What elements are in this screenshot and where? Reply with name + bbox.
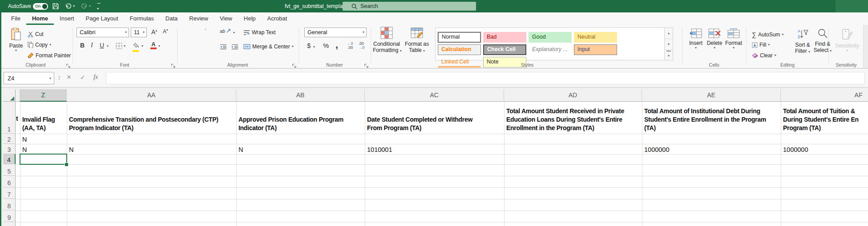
style-calculation[interactable]: Calculation (438, 44, 481, 55)
tab-help[interactable]: Help (238, 12, 262, 25)
column-header-y-sliver[interactable] (16, 89, 20, 102)
decrease-decimal-button[interactable]: .00→0 (359, 42, 364, 50)
tab-insert[interactable]: Insert (54, 12, 80, 25)
formula-input[interactable] (106, 72, 865, 84)
style-normal[interactable]: Normal (438, 32, 481, 43)
row-header-7[interactable]: 7 (3, 187, 16, 199)
font-color-button[interactable]: A (150, 41, 157, 49)
paste-button[interactable]: Paste ▾ (6, 28, 26, 52)
format-as-table-button[interactable]: Format as Table ▾ (403, 27, 431, 53)
middle-align-button[interactable] (193, 28, 195, 30)
cell-ae1[interactable]: Total Amount of Institutional Debt Durin… (642, 102, 781, 134)
bottom-align-button[interactable] (205, 28, 206, 30)
cell-z1[interactable]: Invalid Flag(AA, TA) (20, 102, 67, 134)
conditional-formatting-button[interactable]: Conditional Formatting ▾ (373, 27, 400, 53)
decrease-font-size-button[interactable]: A▾ (163, 28, 168, 35)
column-header-z[interactable]: Z (20, 89, 67, 102)
bold-button[interactable]: B (80, 42, 85, 49)
top-align-button[interactable] (182, 28, 183, 30)
accounting-format-button[interactable]: $ (307, 42, 311, 49)
name-box[interactable]: Z4 ▾ (4, 72, 54, 84)
column-header-ad[interactable]: AD (504, 89, 642, 102)
align-right-button[interactable] (205, 43, 206, 44)
underline-chevron-icon[interactable]: ▾ (107, 44, 109, 48)
sort-filter-button[interactable]: A Z Sort & Filter ▾ (793, 28, 812, 54)
cell-ab1[interactable]: Approved Prison Education ProgramIndicat… (236, 102, 365, 134)
cut-button[interactable]: Cut (28, 31, 44, 37)
titlebar-account-area[interactable] (836, 0, 868, 12)
insert-function-button[interactable]: fx (93, 74, 98, 81)
cell-aa3[interactable]: N (67, 144, 236, 154)
tab-view[interactable]: View (214, 12, 238, 25)
cell-z3[interactable]: N (20, 144, 67, 154)
row-header-10[interactable]: 10 (3, 222, 16, 226)
column-header-ac[interactable]: AC (365, 89, 504, 102)
increase-font-size-button[interactable]: A▴ (151, 28, 157, 36)
style-bad[interactable]: Bad (483, 32, 526, 43)
style-check-cell[interactable]: Check Cell (483, 44, 526, 55)
style-linked-cell[interactable]: Linked Cell (438, 57, 481, 67)
increase-indent-button[interactable] (230, 43, 239, 52)
active-cell-selection[interactable] (20, 154, 67, 165)
column-header-af[interactable]: AF (781, 89, 868, 102)
cell-y1-clipped-fragment[interactable]: t (16, 115, 20, 124)
cell-ab3[interactable]: N (236, 144, 365, 154)
tab-data[interactable]: Data (160, 12, 183, 25)
row-header-8[interactable]: 8 (3, 199, 16, 210)
column-header-ae[interactable]: AE (642, 89, 781, 102)
row-header-9[interactable]: 9 (3, 210, 16, 222)
font-color-chevron-icon[interactable]: ▾ (158, 44, 160, 48)
comma-style-button[interactable]: , (335, 39, 338, 51)
font-size-combobox[interactable]: 11 ▾ (131, 28, 147, 37)
column-header-aa[interactable]: AA (67, 89, 236, 102)
fill-button[interactable]: Fill ▾ (752, 42, 770, 48)
select-all-button[interactable]: ◢ (3, 89, 16, 102)
row-header-2[interactable]: 2 (3, 134, 16, 144)
cell-z2[interactable]: N (20, 134, 67, 144)
tab-page-layout[interactable]: Page Layout (80, 12, 124, 25)
borders-button[interactable] (116, 43, 122, 51)
increase-decimal-button[interactable]: ←0.00 (347, 42, 353, 50)
orientation-button[interactable]: ab (220, 28, 231, 34)
tab-file[interactable]: File (5, 12, 26, 25)
cell-af1[interactable]: Total Amount of Tuition &During Student'… (781, 102, 868, 134)
copy-button[interactable]: Copy ▾ (28, 42, 51, 48)
tab-review[interactable]: Review (183, 12, 214, 25)
underline-button[interactable]: U (100, 42, 104, 49)
wrap-text-button[interactable]: Wrap Text (243, 29, 276, 36)
cell-ad1[interactable]: Total Amount Student Received in Private… (504, 102, 642, 134)
style-good[interactable]: Good (529, 32, 572, 43)
align-left-button[interactable] (182, 43, 183, 44)
row-header-1[interactable]: 1 (3, 102, 16, 134)
undo-icon[interactable] (65, 3, 72, 11)
gallery-scroll-down-button[interactable]: ▾ (665, 39, 673, 50)
save-icon[interactable] (52, 3, 59, 12)
borders-chevron-icon[interactable]: ▾ (124, 44, 125, 48)
fill-handle[interactable] (65, 163, 69, 167)
tab-acrobat[interactable]: Acrobat (262, 12, 293, 25)
customize-quick-access-icon[interactable]: ▾ (97, 3, 101, 12)
percent-style-button[interactable]: % (323, 42, 329, 49)
style-neutral[interactable]: Neutral (574, 32, 617, 43)
merge-center-button[interactable]: Merge & Center ▾ (243, 44, 294, 50)
formula-bar-divider-dots[interactable] (59, 75, 60, 80)
autosum-button[interactable]: ∑ AutoSum ▾ (752, 31, 783, 38)
fill-color-button[interactable] (133, 42, 139, 52)
cell-ae3[interactable]: 1000000 (642, 144, 781, 154)
tab-formulas[interactable]: Formulas (124, 12, 160, 25)
row-header-4[interactable]: 4 (3, 154, 16, 164)
clear-button[interactable]: Clear ▾ (752, 52, 776, 59)
decrease-indent-button[interactable] (219, 43, 228, 52)
column-header-ab[interactable]: AB (236, 89, 365, 102)
row-header-6[interactable]: 6 (3, 176, 16, 187)
row-header-5[interactable]: 5 (3, 164, 16, 176)
delete-cells-button[interactable]: Delete ▾ (706, 28, 723, 50)
undo-chevron-icon[interactable]: ▾ (73, 4, 75, 8)
cell-af3[interactable]: 1000000 (781, 144, 868, 154)
number-format-combobox[interactable]: General ▾ (304, 28, 367, 37)
format-painter-button[interactable]: Format Painter (28, 52, 71, 59)
autosave-toggle[interactable]: On (33, 3, 48, 10)
font-name-combobox[interactable]: Calibri ▾ (77, 28, 129, 37)
italic-button[interactable]: I (91, 42, 93, 49)
accounting-chevron-icon[interactable]: ▾ (313, 45, 315, 49)
